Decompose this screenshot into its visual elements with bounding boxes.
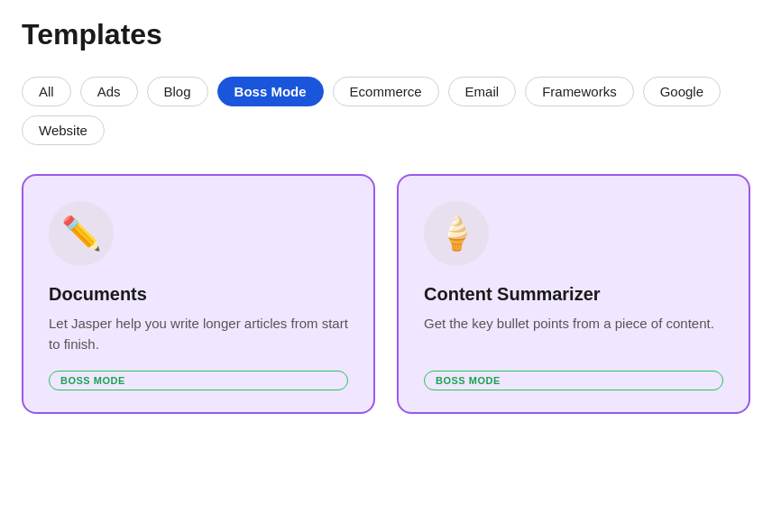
filter-btn-ecommerce[interactable]: Ecommerce — [333, 77, 439, 106]
filter-btn-all[interactable]: All — [22, 77, 71, 106]
filter-btn-boss-mode[interactable]: Boss Mode — [217, 77, 324, 106]
card-desc-content-summarizer: Get the key bullet points from a piece o… — [424, 314, 723, 354]
filter-btn-frameworks[interactable]: Frameworks — [525, 77, 634, 106]
card-title-content-summarizer: Content Summarizer — [424, 284, 723, 305]
filter-btn-blog[interactable]: Blog — [147, 77, 208, 106]
template-card-content-summarizer[interactable]: 🍦 Content Summarizer Get the key bullet … — [397, 174, 750, 414]
filter-bar: AllAdsBlogBoss ModeEcommerceEmailFramewo… — [22, 77, 750, 145]
filter-btn-ads[interactable]: Ads — [80, 77, 138, 106]
card-icon-content-summarizer: 🍦 — [424, 201, 489, 266]
card-title-documents: Documents — [49, 284, 348, 305]
card-icon-documents: ✏️ — [49, 201, 114, 266]
boss-mode-badge-documents[interactable]: BOSS MODE — [49, 371, 348, 390]
card-desc-documents: Let Jasper help you write longer article… — [49, 314, 348, 354]
filter-btn-google[interactable]: Google — [643, 77, 721, 106]
template-card-documents[interactable]: ✏️ Documents Let Jasper help you write l… — [22, 174, 375, 414]
cards-grid: ✏️ Documents Let Jasper help you write l… — [22, 174, 750, 414]
filter-btn-email[interactable]: Email — [448, 77, 517, 106]
boss-mode-badge-content-summarizer[interactable]: BOSS MODE — [424, 371, 723, 390]
page-title: Templates — [22, 18, 750, 51]
filter-btn-website[interactable]: Website — [22, 115, 105, 145]
